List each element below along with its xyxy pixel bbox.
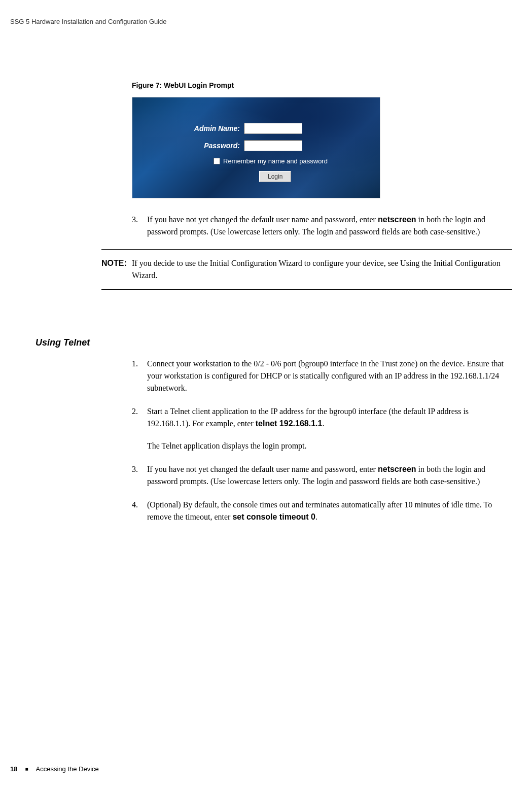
- telnet-step2-note: The Telnet application displays the logi…: [147, 440, 512, 452]
- page-header: SSG 5 Hardware Installation and Configur…: [10, 18, 167, 25]
- remember-checkbox[interactable]: [214, 158, 220, 164]
- login-screenshot: Admin Name: Password: Remember my name a…: [132, 97, 380, 198]
- webui-step-text: If you have not yet changed the default …: [147, 214, 512, 238]
- page-footer: 18 ■ Accessing the Device: [10, 765, 99, 773]
- password-input[interactable]: [244, 140, 302, 151]
- telnet-step2-number: 2.: [132, 405, 147, 452]
- telnet-step1-text: Connect your workstation to the 0/2 - 0/…: [147, 358, 512, 394]
- note-text: If you decide to use the Initial Configu…: [132, 257, 512, 282]
- webui-step-number: 3.: [132, 214, 147, 238]
- remember-label: Remember my name and password: [223, 157, 328, 165]
- admin-name-label: Admin Name:: [188, 124, 244, 132]
- password-label: Password:: [188, 142, 244, 150]
- admin-name-input[interactable]: [244, 123, 302, 134]
- telnet-step2-text: Start a Telnet client application to the…: [147, 405, 512, 452]
- telnet-step3-number: 3.: [132, 463, 147, 488]
- footer-section: Accessing the Device: [36, 765, 99, 773]
- telnet-step1-number: 1.: [132, 358, 147, 394]
- section-heading-telnet: Using Telnet: [36, 337, 90, 348]
- figure-caption: Figure 7: WebUI Login Prompt: [132, 81, 512, 89]
- telnet-step3-text: If you have not yet changed the default …: [147, 463, 512, 488]
- note-label: NOTE:: [101, 257, 132, 282]
- login-button[interactable]: Login: [259, 171, 291, 182]
- footer-bullet-icon: ■: [25, 766, 28, 772]
- footer-page-number: 18: [10, 765, 17, 773]
- note-box: NOTE: If you decide to use the Initial C…: [101, 249, 512, 290]
- telnet-step4-text: (Optional) By default, the console times…: [147, 499, 512, 523]
- telnet-step4-number: 4.: [132, 499, 147, 523]
